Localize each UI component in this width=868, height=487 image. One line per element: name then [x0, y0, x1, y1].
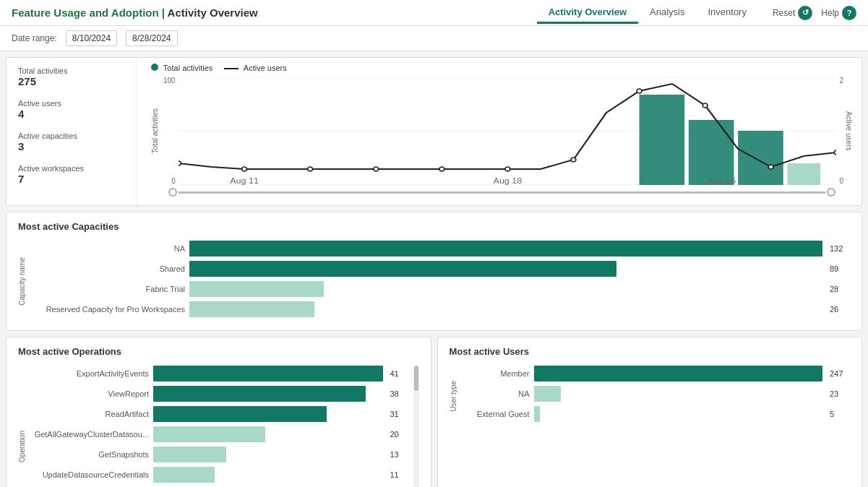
- bar-fill: [189, 281, 324, 297]
- reset-icon: ↺: [798, 6, 812, 20]
- bar-value: 31: [390, 410, 411, 418]
- bar-row: ViewReport38: [33, 386, 411, 402]
- svg-rect-6: [787, 163, 820, 185]
- bar-fill: [153, 426, 265, 442]
- chart-container: Total activities 100 0: [151, 77, 853, 185]
- legend-total-activities: Total activities: [151, 64, 212, 72]
- capacities-bars: NA132Shared89Fabric Trial28Reserved Capa…: [33, 241, 850, 322]
- active-users-stat: Active users 4: [18, 99, 124, 120]
- bar-label: External Guest: [465, 410, 530, 418]
- bar-label: GetSnapshots: [33, 450, 149, 459]
- slider-handle-left[interactable]: [168, 188, 177, 197]
- bar-track: [153, 366, 383, 382]
- bar-row: ExportActivityEvents41: [33, 366, 411, 382]
- y-axis-right-ticks: 2 0: [836, 77, 843, 185]
- bar-value: 41: [390, 369, 411, 378]
- tab-inventory[interactable]: Inventory: [696, 2, 757, 24]
- bar-label: UpdateDatasourceCredentials: [33, 470, 149, 479]
- svg-rect-4: [689, 120, 734, 185]
- date-end-input[interactable]: 8/28/2024: [126, 30, 177, 46]
- date-start-input[interactable]: 8/10/2024: [66, 30, 117, 46]
- bar-row: GetSnapshots13: [33, 447, 411, 462]
- toolbar: Date range: 8/10/2024 8/28/2024: [0, 26, 868, 51]
- svg-point-16: [768, 165, 773, 169]
- svg-point-11: [439, 167, 444, 171]
- title-prefix: Feature Usage and Adoption |: [12, 7, 168, 19]
- bar-value: 28: [830, 285, 850, 293]
- bar-fill: [189, 301, 314, 317]
- tab-activity-overview[interactable]: Activity Overview: [537, 2, 638, 24]
- svg-point-17: [834, 150, 836, 155]
- bar-value: 23: [830, 389, 850, 398]
- users-bars: Member247NA23External Guest5: [465, 366, 851, 426]
- help-button[interactable]: Help ?: [821, 6, 856, 20]
- nav-tabs: Activity Overview Analysis Inventory Res…: [537, 2, 856, 24]
- bar-value: 38: [390, 389, 411, 398]
- chart-svg-area: Aug 11 Aug 18 Aug 25: [179, 77, 837, 185]
- svg-rect-3: [639, 95, 684, 185]
- svg-text:Aug 11: Aug 11: [230, 176, 259, 185]
- legend-active-users: Active users: [224, 64, 286, 72]
- bar-value: 89: [830, 264, 850, 273]
- legend-dot-activities: [151, 64, 158, 71]
- bar-value: 5: [830, 410, 850, 418]
- bar-fill: [534, 386, 561, 402]
- most-active-users-card: Most active Users User type Member247NA2…: [437, 337, 863, 487]
- bar-track: [153, 386, 383, 402]
- bar-label: NA: [33, 244, 185, 253]
- y-axis-right-label: Active users: [845, 77, 853, 185]
- bar-track: [153, 426, 383, 442]
- activity-chart-panel: Total activities Active users Total acti…: [142, 58, 861, 205]
- svg-point-9: [307, 167, 312, 171]
- bar-fill: [153, 447, 226, 462]
- bar-fill: [534, 366, 823, 382]
- operations-y-axis-label: Operation: [18, 366, 29, 487]
- chart-legend: Total activities Active users: [151, 64, 853, 72]
- bar-track: [534, 406, 823, 422]
- title-main: Activity Overview: [168, 7, 258, 19]
- help-icon: ?: [842, 6, 856, 20]
- svg-text:Aug 18: Aug 18: [493, 176, 522, 185]
- bar-label: Reserved Capacity for Pro Workspaces: [33, 305, 185, 314]
- bar-track: [153, 447, 383, 462]
- users-y-axis-label: User type: [450, 366, 460, 426]
- bar-fill: [189, 241, 822, 257]
- svg-point-14: [637, 89, 642, 93]
- bar-fill: [534, 406, 540, 422]
- bar-row: GetAllGatewayClusterDatasou...20: [33, 426, 411, 442]
- bar-row: External Guest5: [465, 406, 851, 422]
- bar-track: [189, 281, 822, 297]
- bar-row: ReadArtifact31: [33, 406, 411, 422]
- bar-fill: [153, 366, 383, 382]
- svg-point-13: [571, 158, 576, 162]
- bar-track: [153, 406, 383, 422]
- bar-label: Fabric Trial: [33, 285, 185, 293]
- bar-row: Member247: [465, 366, 851, 382]
- bar-row: NA23: [465, 386, 851, 402]
- svg-point-12: [505, 167, 510, 171]
- bar-label: Member: [465, 369, 530, 378]
- capacities-chart-area: Capacity name NA132Shared89Fabric Trial2…: [18, 241, 850, 322]
- chart-svg: Aug 11 Aug 18 Aug 25: [179, 77, 837, 185]
- bar-row: NA132: [33, 241, 850, 257]
- bar-track: [534, 366, 823, 382]
- svg-point-7: [179, 161, 181, 165]
- bar-track: [534, 386, 823, 402]
- chart-slider[interactable]: [151, 185, 853, 197]
- bar-value: 26: [830, 305, 850, 314]
- bar-value: 247: [830, 369, 850, 378]
- reset-button[interactable]: Reset ↺: [773, 6, 812, 20]
- tab-analysis[interactable]: Analysis: [638, 2, 696, 24]
- bar-row: UpdateDatasourceCredentials11: [33, 467, 411, 483]
- most-active-operations-card: Most active Operations Operation ExportA…: [6, 337, 431, 487]
- capacities-title: Most active Capacities: [18, 221, 850, 232]
- operations-scrollbar[interactable]: [413, 366, 419, 487]
- slider-handle-right[interactable]: [827, 188, 835, 197]
- bar-row: Fabric Trial28: [33, 281, 850, 297]
- bar-row: Reserved Capacity for Pro Workspaces26: [33, 301, 850, 317]
- capacities-y-axis-label: Capacity name: [18, 241, 29, 322]
- y-axis-left-ticks: 100 0: [163, 77, 179, 185]
- active-capacities-stat: Active capacities 3: [18, 132, 124, 152]
- most-active-capacities-card: Most active Capacities Capacity name NA1…: [6, 212, 862, 331]
- users-title: Most active Users: [450, 346, 851, 357]
